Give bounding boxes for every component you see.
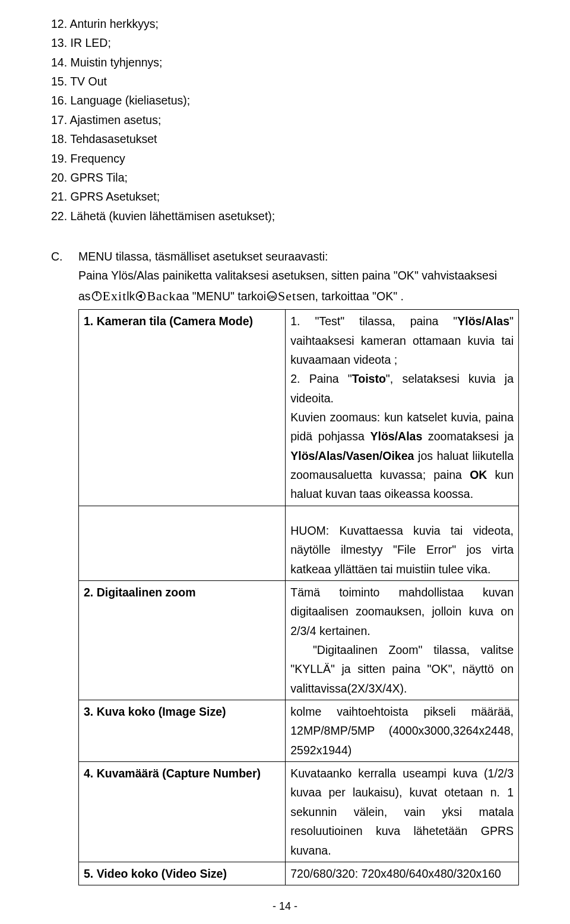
document-page: 12. Anturin herkkyys; 13. IR LED; 14. Mu… — [0, 0, 570, 924]
page-number: - 14 - — [0, 898, 570, 916]
svg-text:OK: OK — [268, 294, 276, 299]
note-text: HUOM: Kuvattaessa kuvia tai videota, näy… — [290, 521, 514, 579]
cell-left-empty — [79, 506, 286, 580]
list-item: 22. Lähetä (kuvien lähettämisen asetukse… — [51, 207, 519, 226]
cell-left: 3. Kuva koko (Image Size) — [79, 700, 286, 762]
numbered-list: 12. Anturin herkkyys; 13. IR LED; 14. Mu… — [51, 14, 519, 226]
cell-left: 2. Digitaalinen zoom — [79, 580, 286, 700]
section-line-3-icons: as Exit lk Back aa "MENU" tarkoi — [78, 285, 519, 307]
cell-left: 4. Kuvamäärä (Capture Number) — [79, 762, 286, 862]
list-item: 12. Anturin herkkyys; — [51, 14, 519, 33]
list-item: 21. GPRS Asetukset; — [51, 187, 519, 206]
section-line-2: Paina Ylös/Alas painiketta valitaksesi a… — [78, 266, 519, 285]
list-item: 18. Tehdasasetukset — [51, 129, 519, 148]
cell-right-note: HUOM: Kuvattaessa kuvia tai videota, näy… — [286, 506, 519, 580]
section-letter: C. — [51, 247, 66, 885]
text-fragment: aa "MENU" tarkoi — [176, 287, 266, 306]
table-row: HUOM: Kuvattaessa kuvia tai videota, näy… — [79, 506, 519, 580]
table-row: 1. Kameran tila (Camera Mode) 1. "Test" … — [79, 310, 519, 506]
table-row: 4. Kuvamäärä (Capture Number) Kuvataanko… — [79, 762, 519, 862]
ok-icon: OK — [267, 291, 277, 301]
list-item: 19. Frequency — [51, 149, 519, 168]
table-row: 2. Digitaalinen zoom Tämä toiminto mahdo… — [79, 580, 519, 700]
cell-right: 1. "Test" tilassa, paina "Ylös/Alas" vai… — [286, 310, 519, 506]
section-body: MENU tilassa, täsmälliset asetukset seur… — [78, 247, 519, 885]
list-item: 14. Muistin tyhjennys; — [51, 53, 519, 72]
power-icon — [91, 291, 102, 301]
cell-left: 1. Kameran tila (Camera Mode) — [79, 310, 286, 506]
back-label: Back — [147, 285, 176, 307]
svg-marker-3 — [138, 294, 142, 299]
cell-right: Kuvataanko kerralla useampi kuva (1/2/3 … — [286, 762, 519, 862]
list-item: 16. Language (kieliasetus); — [51, 91, 519, 110]
section-line-1: MENU tilassa, täsmälliset asetukset seur… — [78, 247, 519, 266]
list-item: 15. TV Out — [51, 72, 519, 91]
text-fragment: as — [78, 287, 91, 306]
text-fragment: sen, tarkoittaa "OK" . — [296, 287, 404, 306]
section-c: C. MENU tilassa, täsmälliset asetukset s… — [51, 247, 519, 885]
list-item: 20. GPRS Tila; — [51, 168, 519, 187]
cell-right: 720/680/320: 720x480/640x480/320x160 — [286, 862, 519, 885]
list-item: 13. IR LED; — [51, 33, 519, 52]
table-row: 5. Video koko (Video Size) 720/680/320: … — [79, 862, 519, 885]
list-item: 17. Ajastimen asetus; — [51, 110, 519, 129]
table-row: 3. Kuva koko (Image Size) kolme vaihtoeh… — [79, 700, 519, 762]
cell-left: 5. Video koko (Video Size) — [79, 862, 286, 885]
exit-label: Exit — [103, 285, 127, 307]
cell-right: Tämä toiminto mahdollistaa kuvan digitaa… — [286, 580, 519, 700]
set-label: Set — [278, 285, 296, 307]
settings-table: 1. Kameran tila (Camera Mode) 1. "Test" … — [78, 309, 519, 885]
back-arrow-icon — [135, 291, 146, 301]
cell-right: kolme vaihtoehtoista pikseli määrää, 12M… — [286, 700, 519, 762]
text-fragment: lk — [126, 287, 135, 306]
